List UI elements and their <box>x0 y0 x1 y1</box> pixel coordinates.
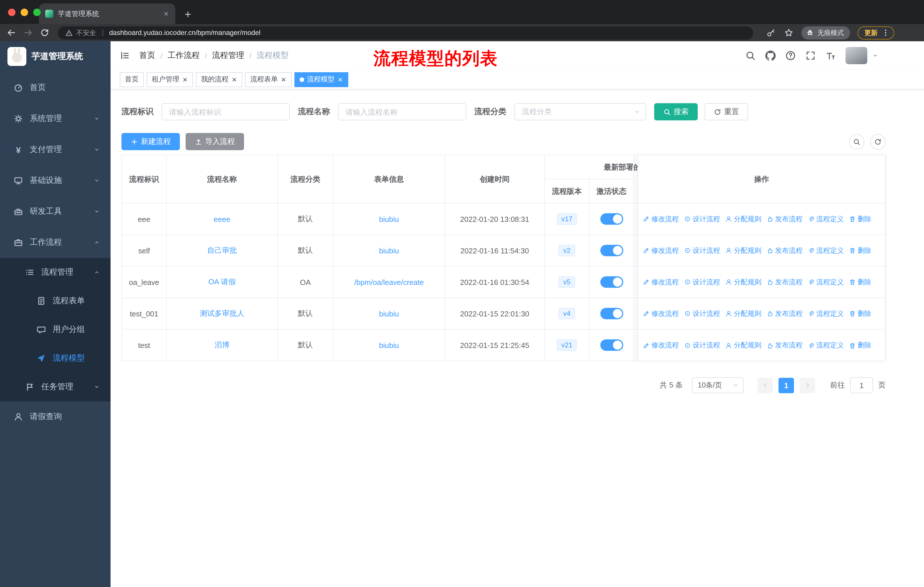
help-icon[interactable] <box>785 50 796 61</box>
goto-page-input[interactable] <box>850 377 873 393</box>
new-tab-button[interactable] <box>184 10 192 18</box>
action-assign-rule-link[interactable]: 分配规则 <box>725 341 761 350</box>
action-publish-link[interactable]: 发布流程 <box>766 341 803 350</box>
action-definition-link[interactable]: 流程定义 <box>808 277 844 287</box>
sidebar-item-user-group[interactable]: 用户分组 <box>0 315 111 344</box>
action-edit-link[interactable]: 修改流程 <box>643 309 679 318</box>
font-size-icon[interactable] <box>825 50 836 61</box>
action-edit-link[interactable]: 修改流程 <box>643 341 679 350</box>
active-toggle[interactable] <box>600 213 623 225</box>
update-chip[interactable]: 更新 <box>858 26 894 39</box>
sidebar-item-leave-query[interactable]: 请假查询 <box>0 401 111 432</box>
action-design-link[interactable]: 设计流程 <box>684 277 720 287</box>
new-process-button[interactable]: 新建流程 <box>121 133 180 150</box>
action-publish-link[interactable]: 发布流程 <box>766 309 803 318</box>
active-toggle[interactable] <box>600 276 623 288</box>
action-design-link[interactable]: 设计流程 <box>684 246 720 255</box>
active-toggle[interactable] <box>600 308 623 319</box>
action-delete-link[interactable]: 删除 <box>849 246 871 255</box>
action-design-link[interactable]: 设计流程 <box>684 309 720 318</box>
minimize-window-button[interactable] <box>21 8 28 16</box>
fullscreen-icon[interactable] <box>805 50 816 61</box>
sidebar-item-system[interactable]: 系统管理 <box>0 103 111 134</box>
form-info-link[interactable]: biubiu <box>379 309 399 318</box>
sidebar-item-process-management[interactable]: 流程管理 <box>0 258 111 287</box>
tag-process-form[interactable]: 流程表单 <box>245 72 292 87</box>
process-category-select[interactable]: 流程分类 <box>515 103 646 121</box>
action-publish-link[interactable]: 发布流程 <box>766 246 803 255</box>
password-key-icon[interactable] <box>766 28 776 37</box>
tag-process-model[interactable]: 流程模型 <box>294 72 348 87</box>
action-delete-link[interactable]: 删除 <box>849 341 871 350</box>
search-button[interactable]: 搜索 <box>654 103 698 121</box>
tag-close-icon[interactable] <box>281 76 286 82</box>
action-edit-link[interactable]: 修改流程 <box>643 214 679 224</box>
tag-my-process[interactable]: 我的流程 <box>196 72 242 87</box>
sidebar-item-payment[interactable]: ¥支付管理 <box>0 134 111 165</box>
zoom-window-button[interactable] <box>33 8 41 16</box>
form-info-link[interactable]: /bpm/oa/leave/create <box>354 278 424 286</box>
form-info-link[interactable]: biubiu <box>379 341 399 349</box>
action-definition-link[interactable]: 流程定义 <box>808 341 844 350</box>
import-process-button[interactable]: 导入流程 <box>186 133 244 150</box>
tag-close-icon[interactable] <box>337 76 343 82</box>
action-publish-link[interactable]: 发布流程 <box>766 214 803 224</box>
process-name-input[interactable] <box>338 103 466 121</box>
action-edit-link[interactable]: 修改流程 <box>643 246 679 255</box>
user-avatar[interactable] <box>845 47 867 64</box>
tag-tenant[interactable]: 租户管理 <box>147 72 193 87</box>
incognito-badge[interactable]: 无痕模式 <box>802 26 850 39</box>
tag-close-icon[interactable] <box>231 76 237 82</box>
prev-page-button[interactable] <box>757 377 773 393</box>
action-assign-rule-link[interactable]: 分配规则 <box>725 277 761 287</box>
github-icon[interactable] <box>765 50 776 61</box>
action-delete-link[interactable]: 删除 <box>849 309 871 318</box>
tab-close-icon[interactable] <box>163 11 169 17</box>
process-key-input[interactable] <box>162 103 290 121</box>
sidebar-item-workflow[interactable]: 工作流程 <box>0 227 111 258</box>
process-name-link[interactable]: 测试多审批人 <box>200 309 244 317</box>
current-page-button[interactable]: 1 <box>779 377 794 393</box>
next-page-button[interactable] <box>800 377 815 393</box>
action-definition-link[interactable]: 流程定义 <box>808 246 844 255</box>
sidebar-item-devtools[interactable]: 研发工具 <box>0 196 111 227</box>
refresh-table-button[interactable] <box>870 134 886 149</box>
sidebar-item-task-management[interactable]: 任务管理 <box>0 373 111 401</box>
action-assign-rule-link[interactable]: 分配规则 <box>725 246 761 255</box>
process-name-link[interactable]: 自己审批 <box>207 246 237 255</box>
reset-button[interactable]: 重置 <box>705 103 748 121</box>
process-name-link[interactable]: eeee <box>214 215 230 223</box>
sidebar-item-process-form[interactable]: 流程表单 <box>0 287 111 315</box>
tag-home[interactable]: 首页 <box>120 72 144 87</box>
bookmark-star-icon[interactable] <box>784 28 794 37</box>
process-name-link[interactable]: OA 请假 <box>208 278 236 286</box>
action-edit-link[interactable]: 修改流程 <box>643 277 679 287</box>
sidebar-item-process-model[interactable]: 流程模型 <box>0 344 111 373</box>
active-toggle[interactable] <box>600 339 623 351</box>
page-size-select[interactable]: 10条/页 <box>692 377 744 393</box>
form-info-link[interactable]: biubiu <box>379 215 399 223</box>
toggle-search-button[interactable] <box>849 134 865 149</box>
action-publish-link[interactable]: 发布流程 <box>766 277 803 287</box>
breadcrumb-process-management[interactable]: 流程管理 <box>212 50 244 61</box>
process-name-link[interactable]: 滔博 <box>214 341 229 349</box>
action-delete-link[interactable]: 删除 <box>849 214 871 224</box>
action-design-link[interactable]: 设计流程 <box>684 341 720 350</box>
action-assign-rule-link[interactable]: 分配规则 <box>725 309 761 318</box>
browser-menu-icon[interactable] <box>882 29 889 37</box>
breadcrumb-home[interactable]: 首页 <box>139 50 155 61</box>
action-definition-link[interactable]: 流程定义 <box>808 214 844 224</box>
collapse-sidebar-icon[interactable] <box>120 50 130 61</box>
address-bar[interactable]: 不安全 dashboard.yudao.iocoder.cn/bpm/manag… <box>58 26 753 39</box>
sidebar-item-home[interactable]: 首页 <box>0 72 111 103</box>
close-window-button[interactable] <box>8 8 15 16</box>
forward-icon[interactable] <box>23 28 33 37</box>
browser-tab[interactable]: 芋道管理系统 <box>39 3 175 24</box>
reload-icon[interactable] <box>40 28 49 37</box>
action-assign-rule-link[interactable]: 分配规则 <box>725 214 761 224</box>
sidebar-item-infrastructure[interactable]: 基础设施 <box>0 165 111 196</box>
action-delete-link[interactable]: 删除 <box>849 277 871 287</box>
action-design-link[interactable]: 设计流程 <box>684 214 720 224</box>
active-toggle[interactable] <box>600 245 623 256</box>
form-info-link[interactable]: biubiu <box>379 246 399 255</box>
